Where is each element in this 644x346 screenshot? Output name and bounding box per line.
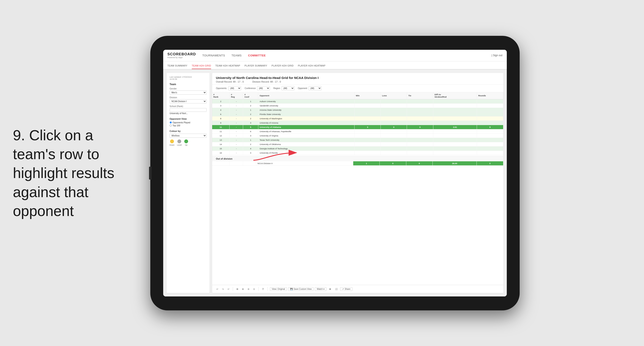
legend-up-dot	[184, 139, 188, 143]
redo-button[interactable]: ↪	[221, 288, 225, 291]
toolbar-icon-2[interactable]: ⬜	[334, 288, 339, 291]
table-row[interactable]: 12-3University of Virginia	[212, 133, 503, 138]
toolbar-btn-3[interactable]: ⊖	[246, 288, 250, 291]
table-row[interactable]: 4-1Arizona State University	[212, 108, 503, 112]
undo-button[interactable]: ↩	[215, 288, 220, 291]
school-label: School (Rank)	[170, 105, 206, 107]
table-row[interactable]: 13-1Texas Tech University	[212, 138, 503, 142]
out-of-division-table: NCAA Division II 1 0 0 26.00 3	[212, 161, 503, 166]
tablet-screen: SCOREBOARD Powered by clippi TOURNAMENTS…	[163, 50, 507, 297]
toolbar-btn-4[interactable]: ⊙	[252, 288, 256, 291]
grid-area: University of North Carolina Head-to-Hea…	[212, 73, 503, 293]
logo-scoreboard: SCOREBOARD	[168, 52, 196, 56]
grid-title: University of North Carolina Head-to-Hea…	[216, 76, 500, 80]
sub-nav-player-h2h-grid[interactable]: PLAYER H2H GRID	[272, 64, 294, 69]
nav-teams[interactable]: TEAMS	[232, 54, 242, 57]
radio-opponents-played-input[interactable]	[170, 121, 172, 124]
logo-area: SCOREBOARD Powered by clippi	[168, 52, 196, 58]
ood-reg	[230, 161, 243, 166]
toolbar-btn-1[interactable]: ⊞	[235, 288, 240, 291]
sign-out-link[interactable]: | Sign out	[492, 54, 502, 57]
table-row[interactable]: 6-2Florida State University	[212, 112, 503, 116]
table-row[interactable]: 8-2University of Washington	[212, 116, 503, 121]
radio-top100[interactable]: Top 100	[170, 124, 206, 127]
col-opponent: Opponent	[258, 92, 354, 99]
col-loss: Loss	[381, 92, 407, 99]
ood-loss: 0	[380, 161, 406, 166]
filter-opponent: Opponent (All)	[298, 86, 322, 90]
legend-up-label: Up	[185, 144, 188, 146]
main-content: Last Updated: 27/03/2024 16:55:38 Team G…	[163, 69, 507, 297]
nav-tournaments[interactable]: TOURNAMENTS	[202, 54, 225, 57]
gender-select[interactable]: Men's	[170, 90, 206, 95]
table-row[interactable]: 14-2University of Oklahoma	[212, 142, 503, 146]
division-record-value: 88 - 17 - 0	[270, 80, 281, 83]
table-row[interactable]: 11-6University of Arkansas, Fayetteville	[212, 129, 503, 133]
nav-items: TOURNAMENTS TEAMS COMMITTEE	[202, 54, 492, 57]
conference-filter-select[interactable]: (All)	[257, 86, 270, 90]
toolbar-btn-2[interactable]: ⊕	[241, 288, 245, 291]
conference-filter-label: Conference	[244, 87, 256, 89]
table-row[interactable]: 15-4Georgia Institute of Technology	[212, 146, 503, 151]
ood-diff: 26.00	[432, 161, 476, 166]
school-value: University of Nort...	[170, 112, 206, 115]
colour-by-select[interactable]: Win/loss	[170, 134, 206, 138]
sub-nav-player-h2h-heatmap[interactable]: PLAYER H2H HEATMAP	[298, 64, 325, 69]
division-record-label: Division Record:	[252, 80, 270, 83]
save-custom-view-button[interactable]: 💾 Save Custom View	[288, 287, 314, 291]
out-of-division-row[interactable]: NCAA Division II 1 0 0 26.00 3	[212, 161, 503, 166]
sub-nav-team-h2h-heatmap[interactable]: TEAM H2H HEATMAP	[216, 64, 240, 69]
ood-rank	[212, 161, 230, 166]
table-row[interactable]: 16-3University of Florida	[212, 151, 503, 155]
ood-conf	[243, 161, 256, 166]
toolbar-icon-1[interactable]: 🖥	[328, 288, 332, 291]
grid-header: University of North Carolina Head-to-Hea…	[212, 73, 503, 84]
table-row[interactable]: 9-3University of Arizona	[212, 121, 503, 125]
table-row[interactable]: 3-2Vanderbilt University	[212, 103, 503, 108]
table-header-row: #Rank #Reg #Conf Opponent Win Loss Tie D…	[212, 92, 503, 99]
share-button[interactable]: ↗ Share	[340, 287, 352, 291]
instruction-text: 9. Click on a team's row to highlight re…	[13, 126, 133, 221]
legend-level: Level	[177, 139, 182, 146]
grid-filters: Opponents: (All) Conference (All)	[212, 84, 503, 92]
legend: Down Level Up	[170, 139, 206, 146]
instruction-body: Click on a team's row to highlight resul…	[13, 127, 114, 219]
opponents-filter-label: Opponents:	[216, 87, 227, 89]
share-icon: ↗	[342, 288, 344, 290]
opponent-filter-label: Opponent	[298, 87, 307, 89]
save-custom-view-label: Save Custom View	[294, 288, 312, 290]
save-label: 💾	[290, 288, 293, 290]
col-diff: Diff AvStrokes/Rnd	[433, 92, 477, 99]
nav-committee[interactable]: COMMITTEE	[248, 54, 266, 57]
division-select[interactable]: NCAA Division I	[170, 99, 206, 103]
sub-nav-team-h2h-grid[interactable]: TEAM H2H GRID	[192, 64, 211, 69]
radio-opponents-played[interactable]: Opponents Played	[170, 121, 206, 124]
opponents-played-label: Opponents Played	[173, 121, 190, 124]
view-original-label: View: Original	[272, 288, 285, 290]
ood-tie: 0	[406, 161, 432, 166]
grid-table: #Rank #Reg #Conf Opponent Win Loss Tie D…	[212, 92, 503, 155]
school-input[interactable]	[170, 108, 206, 112]
watch-button[interactable]: Watch ▾	[315, 287, 326, 291]
opponents-filter-select[interactable]: (All)	[228, 86, 241, 90]
colour-by-title: Colour by	[170, 130, 206, 132]
top100-label: Top 100	[173, 124, 180, 127]
step-back-button[interactable]: ↩	[226, 288, 231, 291]
toolbar-divider-1	[233, 287, 233, 291]
table-row[interactable]: 11-5University of Alabama3002.618	[212, 125, 503, 129]
last-updated: Last Updated: 27/03/2024 16:55:38	[170, 76, 206, 80]
table-row[interactable]: 2-1Auburn University	[212, 99, 503, 103]
sub-nav-player-summary[interactable]: PLAYER SUMMARY	[244, 64, 267, 69]
clock-button[interactable]: ⏱	[261, 288, 266, 291]
sub-nav-team-summary[interactable]: TEAM SUMMARY	[168, 64, 188, 69]
col-rounds: Rounds	[477, 92, 503, 99]
share-label: Share	[345, 288, 350, 290]
radio-top100-input[interactable]	[170, 124, 172, 127]
grid-table-wrapper: #Rank #Reg #Conf Opponent Win Loss Tie D…	[212, 92, 503, 285]
region-filter-select[interactable]: (All)	[282, 86, 294, 90]
view-original-button[interactable]: View: Original	[270, 287, 287, 291]
filter-region: Region (All)	[273, 86, 294, 90]
opponent-view-title: Opponent View	[170, 118, 206, 120]
legend-level-dot	[177, 139, 181, 143]
opponent-filter-select[interactable]: (All)	[308, 86, 322, 90]
